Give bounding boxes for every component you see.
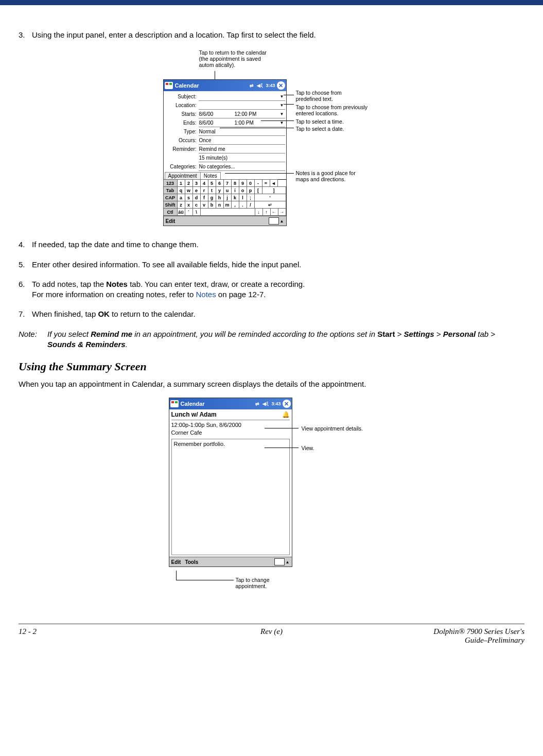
header-bar	[0, 0, 543, 5]
summary-title: Lunch w/ Adam	[171, 411, 217, 418]
callout-subject: Tap to choose from predefined text.	[296, 90, 363, 102]
page-content: 3. Using the input panel, enter a descri…	[0, 5, 543, 593]
keyboard-icon[interactable]	[269, 217, 279, 225]
speaker-icon: ◀ξ	[262, 401, 268, 406]
bottom-bar: Edit Tools ▲	[169, 557, 292, 566]
categories-value[interactable]: No categories...	[199, 163, 285, 171]
ok-button[interactable]: ✕	[277, 81, 285, 90]
form-area: Subject: ▼ Location: ▼ Starts: 8/6/00 12…	[164, 91, 286, 179]
tools-menu[interactable]: Tools	[185, 559, 198, 565]
subject-row[interactable]: Subject: ▼	[165, 92, 285, 101]
device-screenshot-2: Calendar ⇄ ◀ξ 3:43 ✕ Lunch w/ Adam 🔔 12:…	[169, 398, 292, 567]
summary-datetime: 12:00p-1:00p Sun, 8/6/2000	[171, 422, 290, 428]
ok-button[interactable]: ✕	[283, 400, 291, 408]
titlebar: Calendar ⇄ ◀ξ 3:43 ✕	[164, 80, 286, 91]
occurs-value[interactable]: Once	[199, 136, 285, 145]
figure-2-wrap: Calendar ⇄ ◀ξ 3:43 ✕ Lunch w/ Adam 🔔 12:…	[19, 398, 524, 593]
location-value[interactable]	[199, 101, 285, 110]
edit-menu[interactable]: Edit	[166, 218, 176, 224]
clock: 3:43	[271, 401, 281, 406]
step-text: If needed, tap the date and time to chan…	[32, 239, 524, 250]
starts-date[interactable]: 8/6/00	[199, 111, 214, 117]
summary-title-row: Lunch w/ Adam 🔔	[171, 411, 290, 418]
ends-row[interactable]: Ends: 8/6/00 1:00 PM ▼	[165, 118, 285, 127]
app-title: Calendar	[175, 82, 199, 89]
starts-label: Starts:	[165, 111, 199, 117]
step-text: Enter other desired information. To see …	[32, 260, 524, 270]
categories-label: Categories:	[165, 164, 199, 169]
titlebar: Calendar ⇄ ◀ξ 3:43 ✕	[169, 398, 292, 409]
ends-label: Ends:	[165, 120, 199, 126]
figure-2: Calendar ⇄ ◀ξ 3:43 ✕ Lunch w/ Adam 🔔 12:…	[169, 398, 375, 593]
step-3: 3. Using the input panel, enter a descri…	[19, 30, 524, 40]
ends-time[interactable]: 1:00 PM	[235, 120, 254, 126]
occurs-row[interactable]: Occurs: Once	[165, 136, 285, 145]
callout-time: Tap to select a time.	[296, 118, 344, 125]
step-text: To add notes, tap the Notes tab. You can…	[32, 279, 524, 300]
ends-date[interactable]: 8/6/00	[199, 120, 214, 126]
type-row[interactable]: Type: Normal	[165, 127, 285, 136]
reminder-value[interactable]: Remind me	[199, 145, 285, 153]
callout-notes: Notes is a good place for maps and direc…	[296, 170, 368, 182]
up-arrow-icon[interactable]: ▲	[286, 560, 290, 564]
step-5: 5. Enter other desired information. To s…	[19, 260, 524, 270]
subject-label: Subject:	[165, 94, 199, 99]
step-number: 4.	[19, 239, 32, 250]
appointment-tab[interactable]: Appointment	[165, 172, 201, 179]
callout-edit: Tap to change appointment.	[236, 577, 287, 589]
steps-list-cont: 4. If needed, tap the date and time to c…	[19, 239, 524, 319]
callout-details: View appointment details.	[302, 425, 363, 432]
up-arrow-icon[interactable]: ▲	[280, 219, 284, 224]
starts-row[interactable]: Starts: 8/6/00 12:00 PM ▼	[165, 110, 285, 118]
page-footer: 12 - 2 Rev (e) Dolphin® 7900 Series User…	[19, 624, 524, 659]
notes-box[interactable]: Remember portfolio.	[171, 439, 290, 555]
callout-location: Tap to choose from previously entered lo…	[296, 104, 378, 116]
step-number: 6.	[19, 279, 32, 300]
steps-list: 3. Using the input panel, enter a descri…	[19, 30, 524, 40]
ends-value[interactable]: 8/6/00 1:00 PM	[199, 119, 285, 127]
conn-icon: ⇄	[255, 401, 259, 406]
subject-value[interactable]	[199, 93, 285, 101]
step-number: 5.	[19, 260, 32, 270]
footer-page-number: 12 - 2	[19, 627, 187, 645]
step-4: 4. If needed, tap the date and time to c…	[19, 239, 524, 250]
notes-link[interactable]: Notes	[196, 290, 216, 299]
note-body: If you select Remind me in an appointmen…	[47, 329, 524, 350]
callout-top: Tap to return to the calendar (the appoi…	[199, 49, 276, 68]
section-text: When you tap an appointment in Calendar,…	[19, 380, 524, 388]
summary-location: Corner Cafe	[171, 429, 290, 436]
reminder-bell-icon: 🔔	[282, 411, 290, 418]
categories-row[interactable]: Categories: No categories...	[165, 162, 285, 171]
callout-date: Tap to select a date.	[296, 126, 344, 132]
dropdown-icon[interactable]: ▼	[280, 121, 284, 125]
step-text: When finished, tap OK to return to the c…	[32, 309, 524, 319]
location-label: Location:	[165, 102, 199, 108]
reminder2-row[interactable]: 15 minute(s)	[165, 153, 285, 162]
step-6: 6. To add notes, tap the Notes tab. You …	[19, 279, 524, 300]
callout-view: View.	[302, 445, 314, 451]
dropdown-icon[interactable]: ▼	[280, 112, 284, 116]
start-icon[interactable]	[170, 400, 179, 407]
onscreen-keyboard[interactable]: 1231234567890-=◄ Tabqwertyuiop[] CAPasdf…	[164, 179, 286, 216]
reminder2-value[interactable]: 15 minute(s)	[199, 154, 285, 162]
notes-tab[interactable]: Notes	[200, 172, 221, 179]
starts-value[interactable]: 8/6/00 12:00 PM	[199, 110, 285, 118]
reminder-row[interactable]: Reminder: Remind me	[165, 145, 285, 153]
location-row[interactable]: Location: ▼	[165, 101, 285, 110]
footer-rev: Rev (e)	[187, 627, 356, 645]
reminder-label: Reminder:	[165, 146, 199, 152]
start-icon[interactable]	[165, 82, 173, 89]
keyboard-icon[interactable]	[274, 558, 285, 565]
starts-time[interactable]: 12:00 PM	[235, 111, 257, 117]
summary-area: Lunch w/ Adam 🔔 12:00p-1:00p Sun, 8/6/20…	[169, 409, 292, 557]
note-block: Note: If you select Remind me in an appo…	[19, 329, 524, 350]
conn-icon: ⇄	[250, 83, 254, 88]
step-text: Using the input panel, enter a descripti…	[32, 30, 524, 40]
note-label: Note:	[19, 329, 47, 339]
occurs-label: Occurs:	[165, 138, 199, 143]
type-value[interactable]: Normal	[199, 128, 285, 136]
edit-menu[interactable]: Edit	[171, 559, 181, 565]
bottom-bar: Edit ▲	[164, 216, 286, 226]
clock: 3:43	[266, 83, 275, 88]
figure-1: Calendar ⇄ ◀ξ 3:43 ✕ Subject: ▼ Location…	[163, 49, 380, 226]
